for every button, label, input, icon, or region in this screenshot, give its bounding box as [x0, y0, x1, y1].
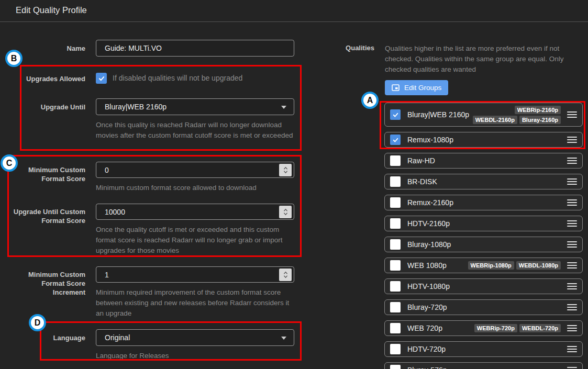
upgrade-until-score-input[interactable]: 10000 [96, 204, 294, 220]
chevron-down-icon [281, 106, 286, 109]
quality-tag: WEBRip-2160p [515, 106, 561, 114]
drag-handle-icon[interactable] [567, 262, 577, 269]
check-icon [392, 137, 399, 143]
quality-checkbox[interactable] [390, 323, 401, 333]
quality-row[interactable]: Bluray-1080p [384, 237, 583, 252]
min-format-score-label: Minimum Custom Format Score [12, 165, 85, 183]
page-title: Edit Quality Profile [16, 5, 87, 15]
quality-checkbox[interactable] [390, 135, 401, 145]
upgrades-allowed-label: Upgrades Allowed [12, 74, 85, 83]
name-label: Name [12, 44, 85, 53]
quality-tag: WEBRip-720p [474, 324, 517, 332]
quality-checkbox[interactable] [390, 218, 401, 229]
quality-name: WEB 1080p [407, 261, 447, 270]
quality-checkbox[interactable] [390, 197, 401, 208]
quality-name: Bluray-576p [407, 366, 447, 369]
upgrade-until-label: Upgrade Until [12, 103, 85, 111]
quality-tags: WEBRip-2160pWEBDL-2160pBluray-2160p [469, 106, 561, 124]
drag-handle-icon[interactable] [567, 346, 577, 352]
min-format-score-help: Minimum custom format score allowed to d… [96, 183, 296, 193]
quality-row[interactable]: HDTV-720p [384, 341, 583, 357]
check-icon [392, 111, 399, 118]
min-increment-value: 1 [105, 271, 109, 279]
check-icon [98, 75, 105, 82]
quality-checkbox[interactable] [390, 302, 401, 312]
quality-tag: WEBDL-2160p [473, 116, 517, 124]
quality-row[interactable]: WEB 720pWEBRip-720pWEBDL-720p [384, 320, 583, 336]
min-format-score-input[interactable]: 0 [96, 162, 294, 178]
quality-row[interactable]: HDTV-1080p [384, 278, 583, 294]
min-increment-input[interactable]: 1 [96, 266, 294, 283]
drag-handle-icon[interactable] [567, 241, 577, 248]
upgrades-allowed-checkbox[interactable] [96, 73, 107, 84]
annotation-badge-c: C [1, 154, 18, 172]
quality-row[interactable]: Raw-HD [384, 153, 583, 169]
drag-handle-icon[interactable] [567, 220, 577, 227]
number-spinner-icon[interactable] [279, 206, 292, 218]
quality-tag: Bluray-2160p [519, 116, 561, 124]
qualities-list: Bluray|WEB 2160pWEBRip-2160pWEBDL-2160pB… [384, 103, 583, 369]
qualities-label: Qualities [301, 44, 374, 52]
quality-row[interactable]: Remux-1080p [384, 132, 583, 148]
quality-checkbox[interactable] [390, 176, 401, 187]
quality-name: WEB 720p [407, 324, 442, 332]
chevron-down-icon [281, 337, 286, 340]
edit-groups-label: Edit Groups [404, 84, 441, 92]
quality-checkbox[interactable] [390, 155, 401, 166]
quality-checkbox[interactable] [390, 109, 401, 120]
quality-name: HDTV-2160p [407, 219, 450, 228]
drag-handle-icon[interactable] [567, 304, 577, 310]
quality-checkbox[interactable] [390, 260, 401, 271]
quality-checkbox[interactable] [390, 239, 401, 250]
quality-name: Raw-HD [407, 156, 435, 165]
language-value: Original [105, 333, 130, 342]
drag-handle-icon[interactable] [567, 283, 577, 289]
language-select[interactable]: Original [96, 329, 294, 346]
min-increment-label: Minimum Custom Format Score Increment [12, 270, 85, 297]
drag-handle-icon[interactable] [567, 199, 577, 206]
upgrade-until-score-help: Once the quality cutoff is met or exceed… [96, 225, 296, 256]
quality-checkbox[interactable] [390, 281, 401, 292]
language-label: Language [12, 333, 85, 342]
ungroup-icon [392, 84, 400, 91]
upgrades-allowed-hint: If disabled qualities will not be upgrad… [113, 73, 242, 84]
upgrade-until-help: Once this quality is reached Radarr will… [96, 120, 296, 141]
quality-name: Remux-2160p [407, 198, 453, 207]
quality-tag: WEBDL-1080p [516, 261, 561, 270]
quality-row[interactable]: BR-DISK [384, 174, 583, 189]
name-input[interactable]: Guide: MULTi.VO [96, 40, 294, 57]
quality-tags: WEBRip-720pWEBDL-720p [474, 324, 561, 332]
quality-row[interactable]: Remux-2160p [384, 195, 583, 210]
number-spinner-icon[interactable] [279, 164, 292, 176]
drag-handle-icon[interactable] [567, 137, 577, 143]
quality-checkbox[interactable] [390, 344, 401, 354]
annotation-badge-a: A [361, 92, 379, 109]
qualities-help: Qualities higher in the list are more pr… [385, 43, 572, 75]
quality-row[interactable]: Bluray-576p [384, 362, 583, 369]
quality-row[interactable]: HDTV-2160p [384, 216, 583, 231]
quality-row[interactable]: WEB 1080pWEBRip-1080pWEBDL-1080p [384, 258, 583, 273]
upgrade-until-score-label: Upgrade Until Custom Format Score [12, 207, 85, 225]
quality-checkbox[interactable] [390, 365, 401, 369]
language-help: Language for Releases [96, 351, 296, 361]
quality-tag: WEBRip-1080p [468, 261, 514, 270]
drag-handle-icon[interactable] [567, 178, 577, 185]
edit-groups-button[interactable]: Edit Groups [385, 80, 448, 95]
annotation-badge-d: D [29, 314, 46, 331]
drag-handle-icon[interactable] [567, 158, 577, 164]
quality-name: HDTV-1080p [407, 282, 450, 290]
quality-row[interactable]: Bluray-720p [384, 299, 583, 315]
upgrade-until-select[interactable]: Bluray|WEB 2160p [96, 98, 294, 115]
min-increment-help: Minimum required improvement of the cust… [96, 287, 296, 319]
drag-handle-icon[interactable] [567, 111, 577, 118]
quality-row[interactable]: Bluray|WEB 2160pWEBRip-2160pWEBDL-2160pB… [384, 103, 583, 127]
drag-handle-icon[interactable] [567, 325, 577, 331]
modal-header: Edit Quality Profile [0, 0, 588, 22]
quality-name: Bluray-720p [407, 303, 447, 311]
quality-tags: WEBRip-1080pWEBDL-1080p [468, 261, 561, 270]
annotation-badge-b: B [5, 50, 23, 67]
min-format-score-value: 0 [105, 166, 109, 174]
number-spinner-icon[interactable] [279, 269, 292, 281]
name-value: Guide: MULTi.VO [105, 44, 162, 52]
drag-handle-icon[interactable] [567, 367, 577, 369]
